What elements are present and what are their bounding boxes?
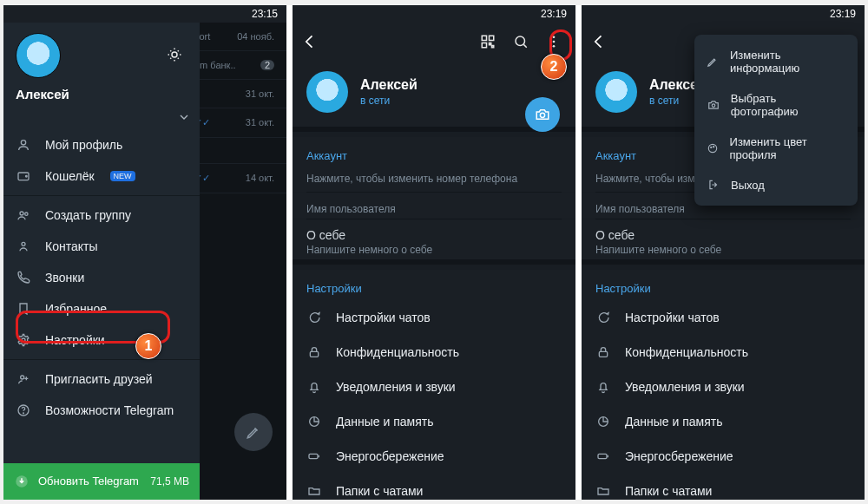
search-icon[interactable]: [508, 34, 534, 49]
nav-drawer: Алексей Мой профиль КошелёкNEW Создать г…: [3, 23, 200, 500]
svg-rect-25: [310, 351, 318, 357]
update-size: 71,5 MB: [150, 475, 189, 488]
item-privacy[interactable]: Конфиденциальность: [582, 335, 865, 370]
item-notif[interactable]: Уведомления и звуки: [293, 370, 575, 404]
profile-status: в сети: [360, 95, 418, 107]
svg-point-8: [22, 242, 25, 245]
section-settings: Настройки: [582, 270, 865, 300]
item-folders[interactable]: Папки с чатами: [582, 474, 865, 500]
item-energy[interactable]: Энергосбережение: [582, 439, 865, 474]
svg-rect-14: [482, 36, 486, 40]
item-chats[interactable]: Настройки чатов: [293, 300, 575, 335]
account-expand-icon[interactable]: [3, 107, 200, 129]
item-data[interactable]: Данные и память: [293, 404, 575, 439]
item-folders[interactable]: Папки с чатами: [293, 474, 575, 500]
group-icon: [16, 208, 31, 222]
menu-profile[interactable]: Мой профиль: [3, 129, 200, 160]
item-data[interactable]: Данные и память: [582, 404, 865, 439]
svg-point-38: [713, 146, 714, 147]
label: Энергосбережение: [336, 449, 444, 463]
svg-rect-17: [490, 43, 491, 44]
step-num: 1: [145, 338, 153, 354]
back-icon[interactable]: [590, 33, 608, 50]
back-icon[interactable]: [301, 33, 319, 50]
label: Имя пользователя: [306, 203, 562, 215]
label: Настройки: [45, 333, 105, 347]
svg-line-20: [523, 44, 526, 47]
palette-icon: [707, 142, 720, 154]
step-badge-1: 1: [135, 333, 161, 359]
svg-point-10: [21, 376, 24, 379]
avatar[interactable]: [16, 33, 61, 78]
topbar: [293, 23, 575, 61]
sublabel: Напишите немного о себе: [306, 244, 562, 256]
compose-fab[interactable]: [234, 413, 273, 451]
about-field[interactable]: О себе Напишите немного о себе: [582, 219, 865, 259]
label: Звонки: [45, 271, 84, 285]
dropdown-photo[interactable]: Выбрать фотографию: [694, 83, 858, 127]
dropdown-color[interactable]: Изменить цвет профиля: [694, 127, 858, 170]
menu-saved[interactable]: Избранное: [3, 293, 200, 324]
avatar[interactable]: [306, 71, 348, 113]
label: Мой профиль: [45, 138, 122, 152]
theme-toggle-icon[interactable]: [167, 47, 182, 62]
menu-wallet[interactable]: КошелёкNEW: [3, 160, 200, 192]
item-chats[interactable]: Настройки чатов: [582, 300, 865, 335]
menu-calls[interactable]: Звонки: [3, 262, 200, 293]
label: О себе: [595, 228, 851, 242]
profile-name: Алексей: [360, 77, 418, 93]
wallet-icon: [16, 169, 31, 183]
username-field[interactable]: Имя пользователя: [293, 193, 575, 219]
menu-new-group[interactable]: Создать группу: [3, 200, 200, 231]
lock-icon: [306, 345, 322, 359]
label: Пригласить друзей: [45, 372, 153, 386]
about-field[interactable]: О себе Напишите немного о себе: [293, 219, 575, 259]
svg-point-3: [21, 140, 25, 144]
battery-icon: [306, 449, 322, 463]
svg-point-24: [540, 113, 544, 117]
svg-point-19: [516, 36, 525, 46]
item-energy[interactable]: Энергосбережение: [293, 439, 575, 474]
item-privacy[interactable]: Конфиденциальность: [293, 335, 575, 370]
update-bar[interactable]: Обновить Telegram 71,5 MB: [3, 463, 200, 500]
unread-badge: 2: [260, 60, 274, 70]
label: Данные и память: [625, 415, 722, 429]
date: 04 нояб.: [237, 31, 274, 42]
svg-rect-27: [309, 454, 318, 458]
label: Папки с чатами: [625, 484, 712, 498]
menu-invite[interactable]: Пригласить друзей: [3, 363, 200, 395]
pie-icon: [595, 415, 611, 429]
pencil-icon: [707, 56, 720, 68]
menu-settings[interactable]: Настройки: [3, 324, 200, 356]
svg-point-21: [553, 36, 556, 38]
dropdown-logout[interactable]: Выход: [694, 170, 858, 200]
screen-drawer: 23:15 sort04 нояб. um банк..2 31 окт. ✓✓…: [3, 5, 286, 500]
label: Контакты: [45, 239, 97, 253]
more-dropdown: Изменить информацию Выбрать фотографию И…: [694, 35, 858, 206]
avatar[interactable]: [595, 71, 637, 113]
qr-icon[interactable]: [475, 34, 501, 49]
label: Изменить цвет профиля: [730, 135, 845, 161]
date: 31 окт.: [246, 117, 274, 128]
battery-icon: [595, 449, 611, 463]
gear-icon: [16, 333, 31, 347]
sublabel: Напишите немного о себе: [595, 244, 851, 256]
bookmark-icon: [16, 302, 31, 316]
menu-features[interactable]: Возможности Telegram: [3, 395, 200, 426]
label: Кошелёк: [45, 169, 95, 183]
date: 31 окт.: [246, 88, 274, 99]
lock-icon: [595, 345, 611, 359]
drawer-menu: Мой профиль КошелёкNEW Создать группу Ко…: [3, 129, 200, 426]
phone-hint[interactable]: Нажмите, чтобы изменить номер телефона: [293, 167, 575, 192]
settings-list: Настройки чатов Конфиденциальность Уведо…: [293, 300, 575, 500]
label: Уведомления и звуки: [625, 380, 745, 394]
item-notif[interactable]: Уведомления и звуки: [582, 370, 865, 404]
more-icon[interactable]: [541, 34, 567, 49]
label: Изменить информацию: [730, 49, 845, 75]
label: Настройки чатов: [336, 311, 431, 324]
chat-icon: [306, 311, 322, 324]
dropdown-edit[interactable]: Изменить информацию: [694, 40, 858, 83]
menu-contacts[interactable]: Контакты: [3, 231, 200, 262]
camera-fab[interactable]: [525, 97, 560, 132]
label: Данные и память: [336, 415, 433, 429]
